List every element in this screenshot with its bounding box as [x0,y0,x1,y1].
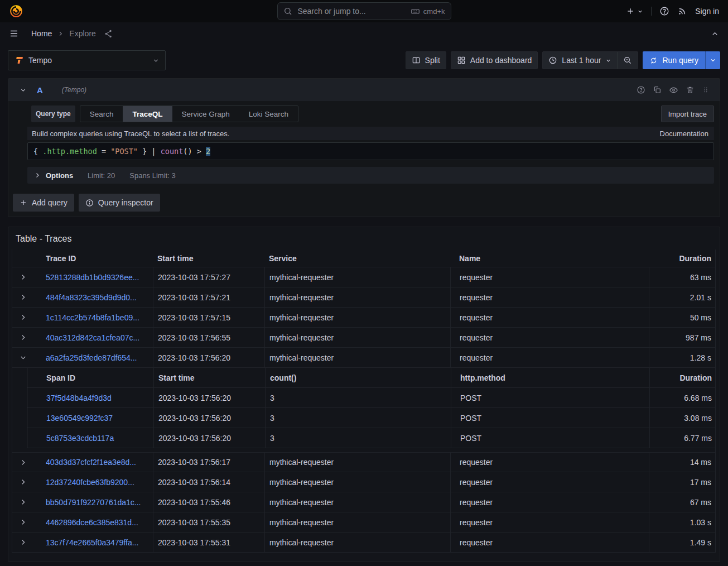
sign-in-button[interactable]: Sign in [695,7,719,16]
expand-row-icon[interactable] [20,334,27,341]
trace-id-link[interactable]: bb50d791f92270761da1c... [46,498,141,507]
trace-row: 1c114cc2b574b8fa1be09...2023-10-03 17:57… [12,308,715,328]
trace-id-link[interactable]: 12d37240fcbe63fb9200... [46,478,134,487]
breadcrumb-bar: Home Explore [0,22,728,45]
duration-cell: 63 ms [649,267,716,287]
trace-id-link[interactable]: a6a2fa25d3fede87df654... [46,353,137,362]
service-cell: mythical-requester [264,328,450,347]
query-type-tab-loki-search[interactable]: Loki Search [239,106,298,122]
run-query-options-caret[interactable] [706,51,720,69]
span-duration-cell: 3.08 ms [649,408,716,428]
import-trace-button[interactable]: Import trace [661,105,714,122]
query-type-tabs: SearchTraceQLService GraphLoki Search [80,105,298,122]
breadcrumb-home[interactable]: Home [31,29,52,38]
duration-cell: 2.01 s [649,287,716,307]
name-cell: requester [450,267,649,287]
trace-id-link[interactable]: 52813288db1b0d9326ee... [46,273,139,282]
duplicate-query-icon[interactable] [653,85,662,94]
search-input[interactable] [297,6,406,16]
column-header-trace-id: Trace ID [46,250,153,267]
name-cell: requester [450,287,649,307]
help-icon[interactable] [659,6,669,16]
trace-id-cell: 12d37240fcbe63fb9200... [46,472,153,492]
datasource-picker[interactable]: Tempo [8,50,166,70]
delete-query-icon[interactable] [686,85,695,94]
grafana-logo[interactable] [9,4,23,18]
trace-id-link[interactable]: 484f4a8323c395d9d9d0... [46,293,137,302]
trace-id-cell: a6a2fa25d3fede87df654... [46,348,153,367]
clock-icon [548,56,557,65]
trace-id-link[interactable]: 1c114cc2b574b8fa1be09... [46,313,139,322]
expand-row-icon[interactable] [20,519,27,526]
start-time-cell: 2023-10-03 17:56:14 [153,472,264,492]
query-type-tab-traceql[interactable]: TraceQL [123,106,172,122]
new-menu-button[interactable] [626,7,643,16]
query-datasource-hint: (Tempo) [62,86,86,94]
header-divider [651,7,652,16]
trace-row: 12d37240fcbe63fb9200...2023-10-03 17:56:… [12,472,715,492]
time-range-button[interactable]: Last 1 hour [543,52,617,69]
expand-row-icon[interactable] [20,459,27,466]
span-column-header-http-method: http.method [451,368,649,387]
expand-row-icon[interactable] [20,274,27,281]
collapse-query-icon[interactable] [20,87,27,94]
traceql-hint-row: Build complex queries using TraceQL to s… [27,127,714,140]
query-inspector-button[interactable]: Query inspector [79,194,160,212]
add-query-button[interactable]: Add query [13,194,74,212]
query-type-label: Query type [31,105,75,122]
split-button[interactable]: Split [406,51,446,69]
trace-id-cell: 52813288db1b0d9326ee... [46,267,153,287]
news-icon[interactable] [677,6,687,16]
time-picker-group: Last 1 hour [542,51,638,69]
name-cell: requester [450,308,649,327]
service-cell: mythical-requester [264,512,450,532]
trace-id-cell: bb50d791f92270761da1c... [46,492,153,512]
info-circle-icon [85,199,94,207]
breadcrumb-current[interactable]: Explore [69,29,95,38]
zoom-out-time-button[interactable] [618,52,638,69]
span-row: 13e60549c992fc372023-10-03 17:56:203POST… [27,408,715,428]
span-id-link[interactable]: 13e60549c992fc37 [46,414,113,423]
trace-id-link[interactable]: 13c7f74e2665f0a3479ffa... [46,538,138,547]
menu-toggle-icon[interactable] [9,28,19,39]
share-icon[interactable] [104,29,113,39]
global-search[interactable]: cmd+k [277,2,451,20]
keyboard-icon [411,7,420,16]
trace-id-link[interactable]: 40ac312d842ca1cfea07c... [46,333,139,342]
trace-id-link[interactable]: 4462896dce6c385e831d... [46,518,138,527]
trace-row: a6a2fa25d3fede87df654...2023-10-03 17:56… [12,348,715,368]
start-time-cell: 2023-10-03 17:57:21 [153,287,264,307]
span-count-cell: 3 [265,408,451,428]
collapse-row-icon[interactable] [20,354,27,361]
trace-id-cell: 1c114cc2b574b8fa1be09... [46,308,153,327]
span-id-link[interactable]: 5c8753e3cdcb117a [46,434,114,443]
collapse-header-icon[interactable] [711,30,719,38]
service-cell: mythical-requester [264,492,450,512]
tempo-logo [14,55,24,65]
toggle-visibility-icon[interactable] [669,85,678,95]
expand-row-icon[interactable] [20,539,27,546]
query-type-tab-search[interactable]: Search [80,106,123,122]
span-id-cell: 37f5d48b4a4f9d3d [27,388,153,407]
expand-row-icon[interactable] [20,498,27,506]
drag-handle-icon[interactable] [702,85,710,94]
row-expander-cell [12,267,46,287]
add-to-dashboard-button[interactable]: Add to dashboard [451,51,538,69]
trace-id-cell: 403d3d37cfcf2f1ea3e8d... [46,453,153,472]
expand-row-icon[interactable] [20,478,27,486]
query-type-tab-service-graph[interactable]: Service Graph [172,106,239,122]
run-query-button[interactable]: Run query [643,51,705,69]
traceql-query-input[interactable]: { .http.method = "POST" } | count() > 2 [27,142,714,160]
expand-row-icon[interactable] [20,314,27,321]
service-cell: mythical-requester [264,267,450,287]
span-http-method-cell: POST [451,388,649,407]
trace-id-link[interactable]: 403d3d37cfcf2f1ea3e8d... [46,458,136,467]
expand-row-icon[interactable] [20,294,27,301]
chevron-down-icon [605,57,611,64]
span-id-link[interactable]: 37f5d48b4a4f9d3d [46,394,112,402]
options-collapse-row[interactable]: Options Limit: 20 Spans Limit: 3 [27,167,714,184]
span-column-header-span-id: Span ID [27,368,153,387]
query-help-icon[interactable] [637,85,645,94]
query-row-header[interactable]: A (Tempo) [8,79,720,101]
documentation-link[interactable]: Documentation [660,129,708,138]
